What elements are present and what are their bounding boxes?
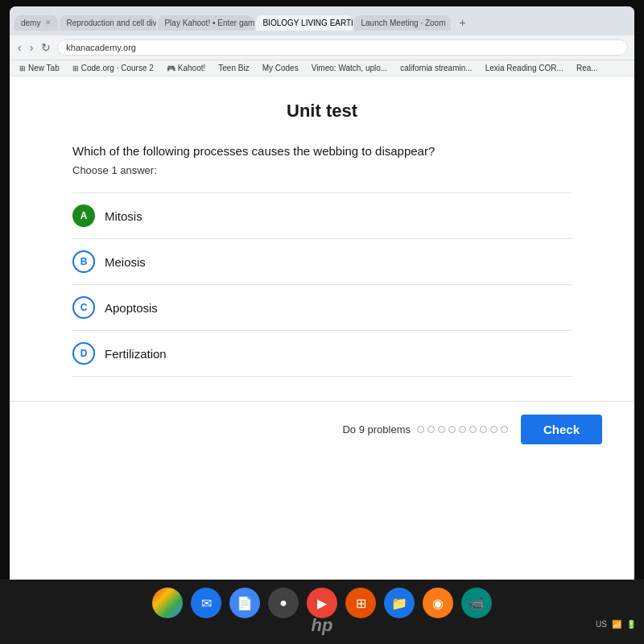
new-tab-icon: ⊞: [19, 64, 26, 72]
tab-label: demy: [21, 19, 40, 27]
files-icon[interactable]: 📁: [384, 588, 415, 618]
option-c-letter: C: [80, 302, 88, 313]
option-b[interactable]: B Meiosis: [72, 239, 572, 285]
dot-2: [427, 426, 435, 433]
option-a-letter: A: [80, 210, 88, 221]
tab-2[interactable]: Reproduction and cell divi... ✕: [60, 15, 156, 31]
docs-icon[interactable]: 📄: [229, 588, 260, 618]
dot-4: [448, 426, 456, 433]
tab-label: Reproduction and cell divi...: [66, 19, 156, 27]
bookmark-label: Vimeo: Watch, uplo...: [312, 64, 388, 72]
bookmark-label: My Codes: [262, 64, 299, 72]
dot-1: [417, 426, 424, 433]
grid-icon: ⊞: [72, 64, 79, 72]
option-d-label: Fertilization: [105, 347, 167, 361]
bookmark-california[interactable]: california streamin...: [397, 63, 475, 73]
dot-8: [490, 426, 497, 433]
option-d-letter: D: [80, 348, 88, 359]
page-title: Unit test: [72, 101, 572, 122]
gmail-icon[interactable]: ✉: [191, 588, 221, 618]
option-c-label: Apoptosis: [105, 301, 158, 315]
youtube-icon[interactable]: ▶: [307, 588, 337, 618]
tab-3[interactable]: Play Kahoot! • Enter game F ✕: [158, 15, 254, 31]
choose-answer-label: Choose 1 answer:: [72, 164, 572, 176]
option-a[interactable]: A Mitosis: [72, 192, 572, 239]
tab-bar: demy ✕ Reproduction and cell divi... ✕ P…: [10, 6, 634, 35]
option-d[interactable]: D Fertilization: [72, 331, 572, 377]
chrome-icon[interactable]: [152, 588, 183, 618]
bookmark-read[interactable]: Rea...: [573, 63, 601, 73]
do-problems-label: Do 9 problems: [342, 423, 411, 436]
bookmark-label: Lexia Reading COR...: [485, 64, 564, 72]
battery-icon: 🔋: [626, 620, 636, 629]
dot-9: [501, 426, 508, 433]
bookmark-lexia[interactable]: Lexia Reading COR...: [482, 63, 567, 73]
option-c[interactable]: C Apoptosis: [72, 285, 572, 331]
apps-icon[interactable]: ⊞: [345, 588, 376, 618]
bookmarks-bar: ⊞ New Tab ⊞ Code.org · Course 2 🎮 Kahoot…: [10, 60, 634, 76]
bookmark-label: New Tab: [28, 64, 60, 72]
meet-icon[interactable]: 📹: [461, 588, 492, 618]
khan-page: Unit test Which of the following process…: [40, 76, 604, 401]
taskbar: ✉ 📄 ● ▶ ⊞ 📁 ◉ 📹 US 📶 🔋 hp: [0, 581, 644, 644]
bookmark-label: california streamin...: [400, 64, 472, 72]
taskbar-icons: ✉ 📄 ● ▶ ⊞ 📁 ◉ 📹: [152, 588, 492, 618]
reload-button[interactable]: ↻: [39, 39, 52, 56]
bookmark-teen-biz[interactable]: Teen Biz: [215, 63, 252, 73]
bookmark-code-org[interactable]: ⊞ Code.org · Course 2: [69, 63, 157, 73]
bookmark-new-tab[interactable]: ⊞ New Tab: [16, 63, 63, 73]
bookmark-label: Teen Biz: [218, 64, 249, 72]
tab-4[interactable]: BIOLOGY LIVING EARTH B T ✕: [256, 15, 353, 31]
option-d-circle: D: [72, 342, 95, 365]
option-b-circle: B: [72, 250, 95, 273]
option-a-label: Mitosis: [105, 209, 142, 223]
option-b-label: Meiosis: [105, 255, 146, 269]
tab-1[interactable]: demy ✕: [14, 15, 58, 31]
system-locale: US: [596, 620, 607, 629]
bookmark-label: Code.org · Course 2: [81, 64, 154, 72]
option-a-circle: A: [72, 204, 95, 227]
back-button[interactable]: ‹: [16, 39, 23, 56]
check-button[interactable]: Check: [521, 415, 602, 444]
bookmark-label: Kahoot!: [178, 64, 205, 72]
bookmark-kahoot[interactable]: 🎮 Kahoot!: [163, 63, 208, 73]
kahoot-icon: 🎮: [167, 64, 175, 72]
tab-close-icon[interactable]: ✕: [451, 19, 452, 27]
page-content: Unit test Which of the following process…: [10, 76, 634, 580]
address-input[interactable]: khanacademy.org: [57, 39, 628, 56]
dot-5: [459, 426, 466, 433]
option-c-circle: C: [72, 296, 95, 319]
dot-6: [469, 426, 477, 433]
forward-button[interactable]: ›: [28, 39, 35, 56]
dot-3: [438, 426, 445, 433]
browser-window: demy ✕ Reproduction and cell divi... ✕ P…: [10, 6, 634, 580]
question-text: Which of the following processes causes …: [72, 144, 572, 158]
tab-5[interactable]: Launch Meeting · Zoom ✕: [354, 15, 451, 31]
wifi-icon: 📶: [612, 620, 621, 629]
address-bar: ‹ › ↻ khanacademy.org: [10, 35, 634, 60]
bookmark-my-codes[interactable]: My Codes: [259, 63, 302, 73]
monitor: demy ✕ Reproduction and cell divi... ✕ P…: [0, 0, 644, 580]
orange-app-icon[interactable]: ◉: [423, 588, 453, 618]
page-footer: Do 9 problems Check: [10, 401, 634, 457]
dot-7: [480, 426, 487, 433]
option-b-letter: B: [80, 256, 88, 267]
tab-label: BIOLOGY LIVING EARTH B T: [262, 19, 353, 27]
dark-icon[interactable]: ●: [268, 588, 299, 618]
new-tab-button[interactable]: +: [452, 13, 472, 32]
tab-label: Play Kahoot! • Enter game F: [164, 19, 254, 27]
progress-dots: [417, 426, 508, 433]
bookmark-vimeo[interactable]: Vimeo: Watch, uplo...: [308, 63, 391, 73]
hp-logo: hp: [312, 615, 333, 636]
do-problems-section: Do 9 problems: [342, 423, 508, 436]
bookmark-label: Rea...: [576, 64, 598, 72]
tab-close-icon[interactable]: ✕: [45, 19, 52, 27]
tab-label: Launch Meeting · Zoom: [361, 19, 445, 27]
